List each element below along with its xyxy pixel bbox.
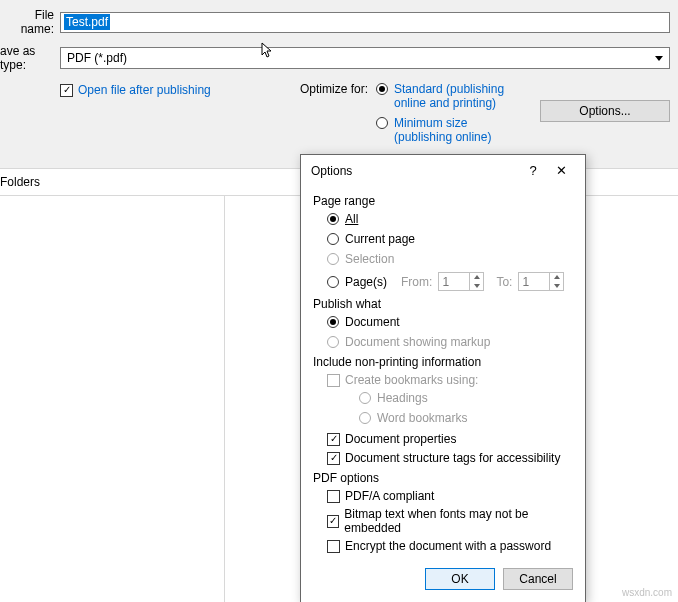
to-spinner: 1 bbox=[518, 272, 564, 291]
publish-markup-label: Document showing markup bbox=[345, 335, 490, 349]
include-group: Include non-printing information bbox=[313, 355, 573, 369]
folders-pane[interactable] bbox=[0, 196, 225, 602]
to-value: 1 bbox=[519, 275, 549, 289]
encrypt-checkbox[interactable]: Encrypt the document with a password bbox=[327, 539, 551, 553]
ok-button[interactable]: OK bbox=[425, 568, 495, 590]
bitmap-label: Bitmap text when fonts may not be embedd… bbox=[344, 507, 573, 535]
from-value: 1 bbox=[439, 275, 469, 289]
open-after-label: Open file after publishing bbox=[78, 83, 211, 97]
checkbox-icon bbox=[327, 490, 340, 503]
checkbox-icon bbox=[327, 374, 340, 387]
close-button[interactable]: ✕ bbox=[547, 163, 575, 178]
radio-icon bbox=[327, 336, 339, 348]
radio-icon bbox=[327, 213, 339, 225]
range-current-radio[interactable]: Current page bbox=[327, 232, 573, 246]
bookmarks-word-label: Word bookmarks bbox=[377, 411, 467, 425]
publish-document-label: Document bbox=[345, 315, 400, 329]
doc-props-label: Document properties bbox=[345, 432, 456, 446]
folders-label[interactable]: Folders bbox=[0, 175, 40, 189]
bookmarks-checkbox: Create bookmarks using: bbox=[327, 373, 478, 387]
publish-document-radio[interactable]: Document bbox=[327, 315, 573, 329]
radio-icon bbox=[327, 276, 339, 288]
range-current-label: Current page bbox=[345, 232, 415, 246]
radio-icon bbox=[327, 233, 339, 245]
from-spinner: 1 bbox=[438, 272, 484, 291]
encrypt-label: Encrypt the document with a password bbox=[345, 539, 551, 553]
radio-icon bbox=[376, 83, 388, 95]
checkbox-icon bbox=[327, 452, 340, 465]
pdf-options-group: PDF options bbox=[313, 471, 573, 485]
range-all-label: All bbox=[345, 212, 358, 226]
save-panel: File name: Test.pdf ave as type: PDF (*.… bbox=[0, 0, 678, 169]
radio-icon bbox=[327, 253, 339, 265]
optimize-min-l2: (publishing online) bbox=[394, 130, 491, 144]
spinner-down-icon bbox=[554, 284, 560, 288]
bookmarks-word-radio: Word bookmarks bbox=[359, 411, 573, 425]
publish-what-group: Publish what bbox=[313, 297, 573, 311]
file-name-label: File name: bbox=[0, 8, 60, 36]
struct-tags-checkbox[interactable]: Document structure tags for accessibilit… bbox=[327, 451, 560, 465]
checkbox-icon bbox=[327, 515, 339, 528]
file-name-value: Test.pdf bbox=[64, 14, 110, 30]
dialog-title: Options bbox=[311, 164, 519, 178]
watermark: wsxdn.com bbox=[622, 587, 672, 598]
options-button[interactable]: Options... bbox=[540, 100, 670, 122]
dialog-titlebar[interactable]: Options ? ✕ bbox=[301, 155, 585, 184]
from-label: From: bbox=[401, 275, 432, 289]
options-dialog: Options ? ✕ Page range All Current page … bbox=[300, 154, 586, 602]
bookmarks-headings-radio: Headings bbox=[359, 391, 573, 405]
optimize-minimum-radio[interactable]: Minimum size (publishing online) bbox=[376, 116, 504, 144]
spinner-up-icon bbox=[474, 275, 480, 279]
pdfa-checkbox[interactable]: PDF/A compliant bbox=[327, 489, 434, 503]
radio-icon bbox=[359, 392, 371, 404]
doc-props-checkbox[interactable]: Document properties bbox=[327, 432, 456, 446]
bookmarks-label: Create bookmarks using: bbox=[345, 373, 478, 387]
range-all-radio[interactable]: All bbox=[327, 212, 573, 226]
range-selection-radio: Selection bbox=[327, 252, 573, 266]
cancel-button[interactable]: Cancel bbox=[503, 568, 573, 590]
open-after-checkbox[interactable]: Open file after publishing bbox=[60, 83, 211, 97]
pdfa-label: PDF/A compliant bbox=[345, 489, 434, 503]
spinner-up-icon bbox=[554, 275, 560, 279]
struct-tags-label: Document structure tags for accessibilit… bbox=[345, 451, 560, 465]
spinner-down-icon bbox=[474, 284, 480, 288]
radio-icon bbox=[359, 412, 371, 424]
optimize-standard-l2: online and printing) bbox=[394, 96, 496, 110]
checkbox-icon bbox=[327, 433, 340, 446]
publish-markup-radio: Document showing markup bbox=[327, 335, 573, 349]
optimize-label: Optimize for: bbox=[300, 82, 368, 96]
help-button[interactable]: ? bbox=[519, 163, 547, 178]
optimize-min-l1: Minimum size bbox=[394, 116, 467, 130]
range-pages-label: Page(s) bbox=[345, 275, 387, 289]
checkbox-icon bbox=[60, 84, 73, 97]
save-as-type-label: ave as type: bbox=[0, 44, 60, 72]
checkbox-icon bbox=[327, 540, 340, 553]
range-selection-label: Selection bbox=[345, 252, 394, 266]
page-range-group: Page range bbox=[313, 194, 573, 208]
save-as-type-select[interactable]: PDF (*.pdf) bbox=[60, 47, 670, 69]
to-label: To: bbox=[496, 275, 512, 289]
radio-icon bbox=[376, 117, 388, 129]
chevron-down-icon bbox=[655, 56, 663, 61]
bitmap-checkbox[interactable]: Bitmap text when fonts may not be embedd… bbox=[327, 507, 573, 535]
bookmarks-headings-label: Headings bbox=[377, 391, 428, 405]
save-as-type-value: PDF (*.pdf) bbox=[67, 51, 127, 65]
range-pages-radio[interactable]: Page(s) From: 1 To: 1 bbox=[327, 272, 573, 291]
file-name-input[interactable]: Test.pdf bbox=[60, 12, 670, 33]
optimize-standard-l1: Standard (publishing bbox=[394, 82, 504, 96]
radio-icon bbox=[327, 316, 339, 328]
optimize-standard-radio[interactable]: Standard (publishing online and printing… bbox=[376, 82, 504, 110]
